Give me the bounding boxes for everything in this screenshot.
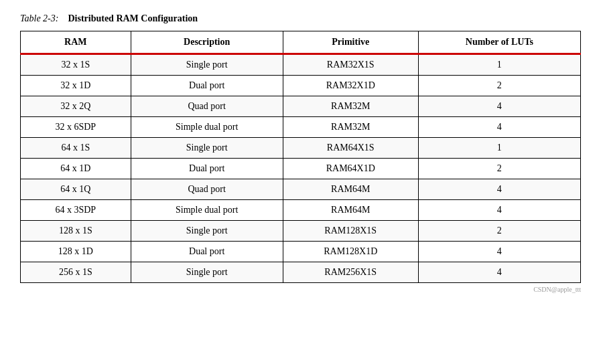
cell-primitive: RAM64M [283, 200, 418, 221]
cell-luts: 4 [418, 179, 580, 200]
header-luts: Number of LUTs [418, 31, 580, 54]
header-description: Description [131, 31, 283, 54]
table-row: 32 x 2QQuad portRAM32M4 [21, 96, 581, 117]
table-row: 32 x 1DDual portRAM32X1D2 [21, 76, 581, 96]
cell-luts: 4 [418, 96, 580, 117]
table-row: 32 x 6SDPSimple dual portRAM32M4 [21, 117, 581, 138]
cell-primitive: RAM32M [283, 96, 418, 117]
cell-luts: 2 [418, 221, 580, 242]
cell-description: Single port [131, 221, 283, 242]
cell-primitive: RAM64M [283, 179, 418, 200]
cell-ram: 128 x 1D [21, 242, 131, 262]
cell-description: Dual port [131, 159, 283, 179]
cell-primitive: RAM32X1D [283, 76, 418, 96]
cell-luts: 4 [418, 242, 580, 262]
table-row: 256 x 1SSingle portRAM256X1S4 [21, 262, 581, 283]
cell-description: Single port [131, 138, 283, 159]
cell-primitive: RAM64X1D [283, 159, 418, 179]
table-header-row: RAM Description Primitive Number of LUTs [21, 31, 581, 54]
cell-primitive: RAM128X1S [283, 221, 418, 242]
cell-ram: 128 x 1S [21, 221, 131, 242]
cell-luts: 2 [418, 76, 580, 96]
cell-ram: 64 x 1Q [21, 179, 131, 200]
header-primitive: Primitive [283, 31, 418, 54]
cell-ram: 64 x 3SDP [21, 200, 131, 221]
cell-description: Simple dual port [131, 200, 283, 221]
cell-primitive: RAM256X1S [283, 262, 418, 283]
table-row: 64 x 1SSingle portRAM64X1S1 [21, 138, 581, 159]
cell-luts: 2 [418, 159, 580, 179]
cell-ram: 64 x 1D [21, 159, 131, 179]
cell-description: Dual port [131, 76, 283, 96]
cell-luts: 1 [418, 138, 580, 159]
cell-luts: 4 [418, 117, 580, 138]
table-name: Distributed RAM Configuration [68, 13, 198, 23]
cell-luts: 1 [418, 54, 580, 76]
cell-description: Quad port [131, 179, 283, 200]
cell-primitive: RAM128X1D [283, 242, 418, 262]
table-row: 64 x 3SDPSimple dual portRAM64M4 [21, 200, 581, 221]
table-row: 64 x 1DDual portRAM64X1D2 [21, 159, 581, 179]
cell-ram: 256 x 1S [21, 262, 131, 283]
cell-ram: 64 x 1S [21, 138, 131, 159]
cell-description: Single port [131, 54, 283, 76]
cell-ram: 32 x 1D [21, 76, 131, 96]
table-title: Table 2-3: Distributed RAM Configuration [20, 13, 581, 24]
cell-description: Single port [131, 262, 283, 283]
cell-luts: 4 [418, 262, 580, 283]
cell-ram: 32 x 1S [21, 54, 131, 76]
cell-description: Simple dual port [131, 117, 283, 138]
cell-description: Dual port [131, 242, 283, 262]
watermark: CSDN@apple_ttt [20, 286, 581, 293]
table-row: 128 x 1SSingle portRAM128X1S2 [21, 221, 581, 242]
cell-ram: 32 x 2Q [21, 96, 131, 117]
table-row: 32 x 1SSingle portRAM32X1S1 [21, 54, 581, 76]
cell-luts: 4 [418, 200, 580, 221]
header-ram: RAM [21, 31, 131, 54]
table-row: 128 x 1DDual portRAM128X1D4 [21, 242, 581, 262]
ram-config-table: RAM Description Primitive Number of LUTs… [20, 31, 581, 283]
table-label: Table 2-3: [20, 13, 58, 23]
cell-description: Quad port [131, 96, 283, 117]
cell-primitive: RAM32X1S [283, 54, 418, 76]
cell-primitive: RAM32M [283, 117, 418, 138]
cell-primitive: RAM64X1S [283, 138, 418, 159]
table-row: 64 x 1QQuad portRAM64M4 [21, 179, 581, 200]
cell-ram: 32 x 6SDP [21, 117, 131, 138]
